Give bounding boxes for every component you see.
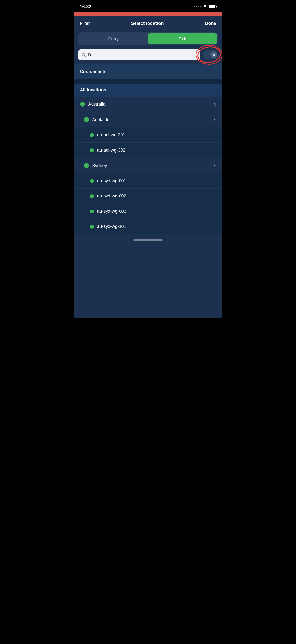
location-name: au-syd-wg-001 bbox=[97, 178, 216, 184]
location-name: Sydney bbox=[92, 163, 213, 168]
list-item[interactable]: au-syd-wg-003 bbox=[74, 204, 222, 219]
list-item[interactable]: Australia ∧ bbox=[74, 96, 222, 112]
entry-segment[interactable]: Entry bbox=[79, 34, 148, 44]
location-name: au-syd-wg-003 bbox=[97, 209, 216, 214]
search-input-wrapper bbox=[78, 49, 200, 60]
location-name: au-adl-wg-301 bbox=[97, 132, 216, 138]
status-time: 16:32 bbox=[80, 4, 91, 9]
location-name: au-adl-wg-302 bbox=[97, 148, 216, 153]
clear-x-icon: ✕ bbox=[212, 53, 215, 56]
modal-title: Select location bbox=[131, 21, 164, 26]
segment-control: Entry Exit bbox=[78, 32, 218, 45]
list-item[interactable]: au-adl-wg-301 bbox=[74, 128, 222, 143]
custom-lists-label: Custom lists bbox=[80, 69, 106, 74]
battery-icon bbox=[209, 5, 216, 8]
filter-button[interactable]: Filter bbox=[80, 21, 90, 26]
section-divider bbox=[74, 79, 222, 84]
location-list: Australia ∧ Adelaide ∧ au-adl-wg-301 au-… bbox=[74, 96, 222, 234]
all-locations-bar: All locations bbox=[74, 84, 222, 96]
done-button[interactable]: Done bbox=[205, 21, 216, 26]
chevron-up-icon: ∧ bbox=[213, 163, 216, 168]
status-dot bbox=[90, 133, 94, 137]
list-item[interactable]: Adelaide ∧ bbox=[74, 112, 222, 128]
status-dot bbox=[90, 210, 94, 214]
list-item[interactable]: au-adl-wg-302 bbox=[74, 143, 222, 158]
status-dot bbox=[90, 148, 94, 152]
list-item[interactable]: Sydney ∧ bbox=[74, 158, 222, 174]
status-dot bbox=[80, 102, 85, 106]
clear-toggle[interactable]: ✕ bbox=[203, 50, 218, 59]
status-dot bbox=[90, 225, 94, 229]
signal-icon bbox=[194, 6, 201, 7]
location-name: Australia bbox=[88, 102, 213, 107]
search-row: ✕ bbox=[74, 49, 222, 64]
list-item[interactable]: au-syd-wg-101 bbox=[74, 219, 222, 234]
more-options-icon[interactable]: ··· bbox=[210, 68, 216, 75]
list-item[interactable]: au-syd-wg-002 bbox=[74, 189, 222, 204]
location-name: au-syd-wg-101 bbox=[97, 224, 216, 229]
accent-bar bbox=[74, 12, 222, 16]
status-dot bbox=[90, 194, 94, 198]
home-bar bbox=[133, 240, 163, 241]
chevron-up-icon: ∧ bbox=[213, 117, 216, 122]
status-dot bbox=[84, 117, 89, 122]
status-bar: 16:32 bbox=[74, 0, 222, 12]
search-input[interactable] bbox=[88, 52, 197, 58]
svg-line-1 bbox=[84, 56, 85, 56]
list-item[interactable]: au-syd-wg-001 bbox=[74, 174, 222, 189]
status-icons bbox=[194, 5, 216, 8]
wifi-icon bbox=[203, 5, 207, 8]
status-dot bbox=[84, 163, 89, 168]
chevron-up-icon: ∧ bbox=[213, 102, 216, 107]
modal-container: Filter Select location Done Entry Exit ✕ bbox=[74, 16, 222, 318]
all-locations-label: All locations bbox=[80, 88, 106, 92]
clear-toggle-wrapper: ✕ bbox=[203, 50, 218, 59]
search-icon bbox=[81, 52, 86, 57]
clear-toggle-circle: ✕ bbox=[210, 51, 217, 58]
location-name: Adelaide bbox=[92, 117, 213, 122]
location-name: au-syd-wg-002 bbox=[97, 194, 216, 199]
modal-header: Filter Select location Done bbox=[74, 16, 222, 30]
custom-lists-bar: Custom lists ··· bbox=[74, 64, 222, 79]
exit-segment[interactable]: Exit bbox=[148, 34, 217, 44]
status-dot bbox=[90, 179, 94, 183]
home-indicator bbox=[74, 234, 222, 243]
